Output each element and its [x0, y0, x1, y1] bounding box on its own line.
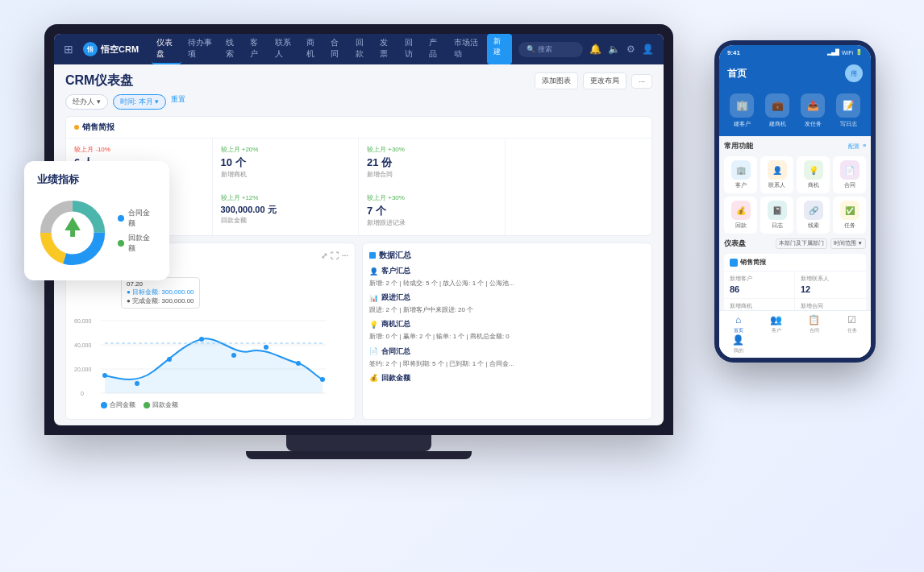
stat-label-new-customer: 新增客户 [730, 276, 789, 283]
mobile-frame: 9:41 ▂▄█ WiFi 🔋 首页 用 🏢 建客户 💼 [714, 40, 876, 363]
svg-point-15 [320, 377, 325, 382]
home-nav-icon: ⌂ [735, 314, 741, 325]
summary-opportunity: 💡 商机汇总 新增: 0 个 | 赢单: 2 个 | 输单: 1 个 | 商机总… [369, 319, 645, 341]
dept-filter[interactable]: 本部门及下属部门 [776, 238, 827, 249]
nav-new-button[interactable]: 新建 [487, 34, 512, 64]
nav-search[interactable]: 🔍 搜索 [518, 42, 583, 57]
summary-payment: 💰 回款金额 [369, 373, 645, 383]
filter-time[interactable]: 时间: 本月 ▾ [113, 94, 167, 110]
time-filter[interactable]: 时间范围 ▼ [830, 238, 866, 249]
crm-navbar: ⊞ 悟 悟空CRM 仪表盘 待办事项 线索 客户 联系人 商机 合同 回款 发票… [54, 34, 664, 64]
more-button[interactable]: ··· [631, 74, 652, 89]
add-chart-button[interactable]: 添加图表 [535, 73, 578, 89]
stat-empty2 [506, 187, 652, 235]
summary-payment-title: 💰 回款金额 [369, 373, 645, 383]
bell-icon[interactable]: 🔔 [589, 44, 601, 55]
mobile-customer-label: 建客户 [734, 120, 751, 128]
mobile-screen: 9:41 ▂▄█ WiFi 🔋 首页 用 🏢 建客户 💼 [719, 45, 871, 358]
filter-person[interactable]: 经办人 ▾ [65, 94, 108, 110]
svg-text:20,000: 20,000 [74, 367, 92, 372]
svg-text:0: 0 [81, 391, 84, 396]
mobile-task-label: 发任务 [805, 120, 822, 128]
user-icon[interactable]: 👤 [642, 44, 654, 55]
home-nav-label: 首页 [734, 327, 743, 334]
common-payment-icon: 💰 [731, 201, 751, 220]
mobile-nav-home[interactable]: ⌂ 首页 [719, 314, 757, 334]
nav-item-todo[interactable]: 待办事项 [183, 34, 219, 64]
common-journal-icon: 📓 [768, 201, 787, 220]
mobile-nav-profile[interactable]: 👤 我的 [719, 334, 757, 354]
volume-icon[interactable]: 🔈 [608, 44, 620, 55]
mobile-common-item-contact[interactable]: 👤 联系人 [760, 156, 793, 193]
perf-title: 业绩指标 [37, 172, 156, 187]
nav-item-invoices[interactable]: 发票 [375, 34, 398, 64]
sort-button[interactable]: ≡ [863, 143, 866, 151]
desktop-stand [286, 435, 431, 451]
svg-point-8 [102, 373, 107, 378]
svg-rect-23 [70, 230, 75, 237]
tasks-nav-icon: ☑ [847, 314, 856, 325]
mobile-common-item-task[interactable]: ✅ 任务 [833, 197, 866, 234]
nav-item-payments[interactable]: 回款 [351, 34, 374, 64]
config-button[interactable]: 配置 [848, 143, 859, 151]
mobile-common-actions: 配置 ≡ [848, 143, 866, 151]
contracts-nav-icon: 📋 [808, 314, 820, 325]
mobile-action-task[interactable]: 📤 发任务 [797, 93, 829, 128]
nav-item-contacts[interactable]: 联系人 [270, 34, 300, 64]
more-icon[interactable]: ··· [342, 251, 348, 260]
expand-icon[interactable]: ⤢ [321, 251, 327, 260]
mobile-common-item-payment[interactable]: 💰 回款 [724, 197, 757, 234]
filter-reset[interactable]: 重置 [171, 94, 185, 110]
common-task-icon: ✅ [840, 201, 859, 220]
perf-indicators-card: 业绩指标 合同金额 回款金额 [24, 161, 169, 280]
change-layout-button[interactable]: 更改布局 [583, 73, 626, 89]
stat-contracts-label: 新增合同 [367, 170, 497, 179]
chart-svg: 60,000 40,000 20,000 0 [73, 311, 331, 408]
nav-item-opportunities[interactable]: 商机 [302, 34, 325, 64]
common-leads-label: 线索 [808, 222, 819, 230]
nav-item-contracts[interactable]: 合同 [326, 34, 349, 64]
nav-item-followup[interactable]: 回访 [400, 34, 423, 64]
mobile-nav: 首页 用 [719, 60, 871, 89]
mobile-action-journal[interactable]: 📝 写日志 [832, 93, 864, 128]
legend-payment: 回款金额 [144, 400, 178, 409]
fullscreen-icon[interactable]: ⛶ [331, 251, 339, 260]
mobile-nav-tasks[interactable]: ☑ 任务 [833, 314, 871, 334]
mobile-common-item-leads[interactable]: 🔗 线索 [797, 197, 830, 234]
profile-nav-label: 我的 [734, 347, 743, 354]
common-contact-label: 联系人 [768, 182, 785, 189]
legend-contract: 合同金额 [101, 400, 135, 409]
section-dot [74, 125, 79, 130]
mobile-action-customer[interactable]: 🏢 建客户 [726, 93, 758, 128]
summary-opportunity-title: 💡 商机汇总 [369, 319, 645, 330]
summary-followup-text: 跟进: 2 个 | 新增客户中来跟进: 20 个 [369, 305, 645, 314]
mobile-avatar[interactable]: 用 [845, 64, 863, 82]
stat-opportunities: 较上月 +20% 10 个 新增商机 [213, 139, 360, 187]
tasks-nav-label: 任务 [847, 327, 857, 334]
mobile-common-item-opp[interactable]: 💡 商机 [797, 156, 830, 193]
mobile-common-header: 常用功能 配置 ≡ [724, 141, 866, 151]
nav-item-products[interactable]: 产品 [424, 34, 447, 64]
nav-item-dashboard[interactable]: 仪表盘 [152, 34, 181, 64]
nav-item-customers[interactable]: 客户 [245, 34, 268, 64]
mobile-nav-customers[interactable]: 👥 客户 [757, 314, 795, 334]
mobile-common-grid: 🏢 客户 👤 联系人 💡 商机 📄 合同 [724, 156, 866, 234]
mobile-sales-report-header: 销售简报 [724, 254, 866, 271]
nav-right: 🔍 搜索 🔔 🔈 ⚙ 👤 [518, 42, 654, 57]
summary-customer-text: 新增: 2 个 | 转成交: 5 个 | 放入公海: 1 个 | 公海池... [369, 279, 645, 288]
opportunity-summary-icon: 💡 [369, 321, 378, 329]
common-task-label: 任务 [844, 222, 855, 230]
nav-item-leads[interactable]: 线索 [221, 34, 244, 64]
stat-opps-value: 10 个 [221, 155, 351, 170]
mobile-nav-contracts[interactable]: 📋 合同 [795, 314, 833, 334]
contract-summary-icon: 📄 [369, 347, 378, 355]
mobile-action-opportunity[interactable]: 💼 建商机 [761, 93, 793, 128]
nav-item-marketing[interactable]: 市场活动 [449, 34, 485, 64]
mobile-common-item-journal[interactable]: 📓 日志 [760, 197, 793, 234]
settings-icon[interactable]: ⚙ [626, 44, 635, 55]
tooltip-complete: ● 完成金额: 300,000.00 [127, 296, 194, 305]
mobile-common-item-customer[interactable]: 🏢 客户 [724, 156, 757, 193]
svg-point-9 [135, 381, 139, 386]
mobile-common-item-contract[interactable]: 📄 合同 [833, 156, 866, 193]
mobile-opportunity-icon: 💼 [765, 93, 789, 118]
